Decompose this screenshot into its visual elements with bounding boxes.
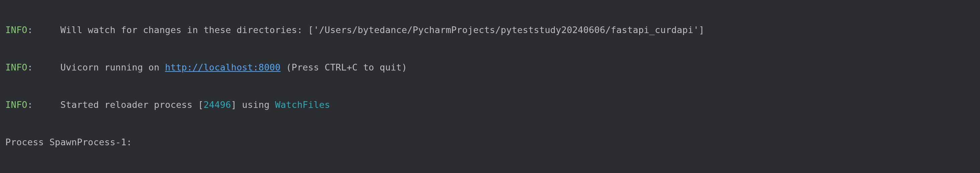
pid: 24496	[204, 100, 231, 110]
process-line: Process SpawnProcess-1:	[5, 133, 975, 152]
log-line-info-watch: INFO: Will watch for changes in these di…	[5, 21, 975, 40]
sep: :	[27, 25, 60, 35]
sep: :	[27, 100, 60, 110]
traceback-header: Traceback (most recent call last):	[5, 170, 975, 173]
msg-pre: Started reloader process [	[60, 100, 204, 110]
reloader-tool: WatchFiles	[275, 100, 330, 110]
msg-pre: Uvicorn running on	[60, 62, 165, 73]
msg-mid: ] using	[231, 100, 275, 110]
server-url-link[interactable]: http://localhost:8000	[165, 62, 281, 73]
sep: :	[27, 62, 60, 73]
msg: Will watch for changes in these director…	[60, 25, 705, 35]
log-line-info-uvicorn: INFO: Uvicorn running on http://localhos…	[5, 58, 975, 77]
log-line-info-reloader: INFO: Started reloader process [24496] u…	[5, 95, 975, 114]
level-info: INFO	[5, 100, 27, 110]
level-info: INFO	[5, 25, 27, 35]
level-info: INFO	[5, 62, 27, 73]
msg-post: (Press CTRL+C to quit)	[281, 62, 407, 73]
console-output: INFO: Will watch for changes in these di…	[0, 0, 980, 173]
